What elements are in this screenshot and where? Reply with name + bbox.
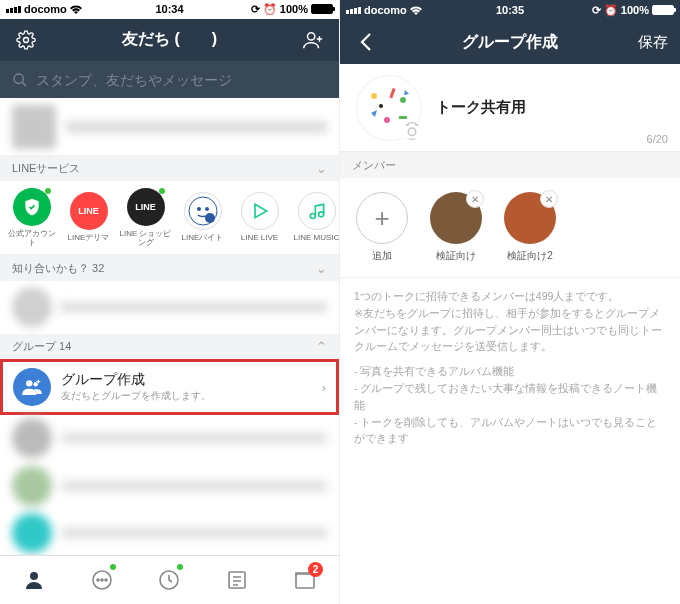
svg-point-20	[371, 93, 377, 99]
section-members: メンバー	[340, 152, 680, 178]
info-text: 1つのトークに招待できるメンバーは499人までです。※友だちをグループに招待し、…	[340, 278, 680, 465]
group-row[interactable]	[0, 462, 339, 509]
group-header: トーク共有用 6/20	[340, 64, 680, 152]
group-image[interactable]	[356, 75, 422, 141]
group-create-screen: docomo 10:35 ⟳⏰100% グループ作成 保存 トーク共有用 6/2…	[340, 0, 680, 604]
svg-point-0	[24, 37, 29, 42]
member-item[interactable]: ✕検証向け	[426, 192, 486, 263]
tab-wallet[interactable]: 2	[285, 560, 325, 600]
search-icon	[12, 72, 28, 88]
service-item[interactable]: LINE MUSIC	[289, 192, 339, 243]
chevron-down-icon: ⌄	[316, 161, 327, 176]
svg-point-25	[379, 104, 383, 108]
service-item[interactable]: LINE LIVE	[232, 192, 287, 243]
search-bar[interactable]	[0, 61, 339, 99]
char-count: 6/20	[647, 133, 668, 145]
svg-point-11	[30, 572, 38, 580]
chevron-down-icon: ⌄	[316, 261, 327, 276]
remove-icon[interactable]: ✕	[540, 190, 558, 208]
member-item[interactable]: ✕検証向け2	[500, 192, 560, 263]
svg-point-13	[97, 579, 99, 581]
group-row[interactable]	[0, 509, 339, 556]
group-create-sub: 友だちとグループを作成します。	[61, 389, 312, 403]
tab-bar: 2	[0, 555, 339, 604]
nav-bar: 友だち ( )	[0, 19, 339, 61]
save-button[interactable]: 保存	[638, 33, 668, 52]
back-button[interactable]	[352, 28, 380, 56]
svg-point-14	[101, 579, 103, 581]
services-scroller[interactable]: 公式アカウントLINELINEデリマLINELINE ショッピングLINEバイト…	[0, 181, 339, 256]
svg-point-6	[205, 213, 215, 223]
svg-point-23	[384, 117, 390, 123]
section-groups[interactable]: グループ 14⌃	[0, 334, 339, 360]
tab-friends[interactable]	[14, 560, 54, 600]
friends-screen: docomo 10:34 ⟳⏰100% 友だち ( ) LINEサービス⌄ 公式…	[0, 0, 340, 604]
tab-chat[interactable]	[82, 560, 122, 600]
group-icon	[13, 368, 51, 406]
members-row: +追加✕検証向け✕検証向け2	[340, 178, 680, 278]
status-bar: docomo 10:34 ⟳⏰100%	[0, 0, 339, 19]
section-suggest[interactable]: 知り合いかも？ 32⌄	[0, 255, 339, 281]
group-row[interactable]	[0, 415, 339, 462]
my-profile-row[interactable]	[0, 98, 339, 155]
chevron-up-icon: ⌃	[316, 339, 327, 354]
svg-point-10	[33, 382, 38, 387]
group-name-input[interactable]: トーク共有用	[436, 98, 526, 117]
service-item[interactable]: LINELINE ショッピング	[118, 188, 173, 248]
suggestion-row[interactable]	[0, 281, 339, 334]
tab-timeline[interactable]	[149, 560, 189, 600]
svg-point-1	[308, 32, 315, 39]
svg-point-5	[205, 207, 209, 211]
tab-badge: 2	[308, 562, 323, 577]
group-create-row[interactable]: グループ作成 友だちとグループを作成します。 ›	[0, 359, 339, 414]
group-create-title: グループ作成	[61, 371, 312, 389]
nav-title: 友だち ( )	[0, 29, 339, 50]
service-item[interactable]: LINEバイト	[175, 192, 230, 243]
tab-news[interactable]	[217, 560, 257, 600]
section-services[interactable]: LINEサービス⌄	[0, 155, 339, 181]
add-friend-icon[interactable]	[299, 26, 327, 54]
svg-point-4	[197, 207, 201, 211]
svg-point-9	[26, 380, 32, 386]
chevron-right-icon: ›	[322, 380, 326, 395]
camera-icon[interactable]	[401, 120, 423, 142]
nav-bar: グループ作成 保存	[340, 20, 680, 64]
search-input[interactable]	[36, 72, 327, 88]
settings-icon[interactable]	[12, 26, 40, 54]
service-item[interactable]: LINELINEデリマ	[61, 192, 116, 243]
nav-title: グループ作成	[340, 32, 680, 53]
remove-icon[interactable]: ✕	[466, 190, 484, 208]
svg-point-2	[14, 74, 23, 83]
add-member-button[interactable]: +追加	[352, 192, 412, 263]
service-item[interactable]: 公式アカウント	[4, 188, 59, 248]
svg-point-15	[105, 579, 107, 581]
status-bar: docomo 10:35 ⟳⏰100%	[340, 0, 680, 20]
